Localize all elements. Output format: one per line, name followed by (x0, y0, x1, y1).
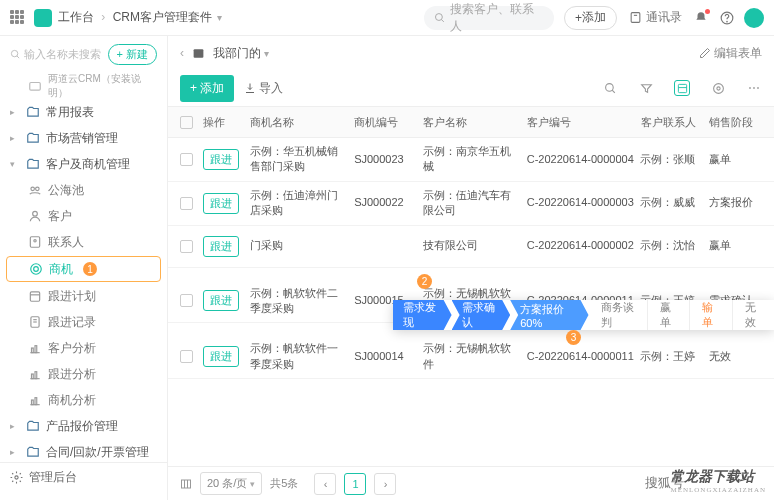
svg-point-36 (716, 86, 719, 89)
sidebar-item-11[interactable]: 商机分析 (0, 387, 167, 413)
follow-button[interactable]: 跟进 (203, 290, 239, 311)
watermark-site: 常龙器下载站 MENLONGXIAZAIZHAN (670, 468, 766, 494)
apps-grid-icon[interactable] (10, 10, 26, 26)
row-checkbox[interactable] (180, 294, 193, 307)
filter-icon[interactable] (638, 80, 654, 96)
svg-point-10 (36, 187, 40, 191)
sidebar-item-7[interactable]: 跟进计划 (0, 283, 167, 309)
follow-button[interactable]: 跟进 (203, 149, 239, 170)
sidebar-label: 市场营销管理 (46, 130, 118, 147)
topbar: 工作台 › CRM客户管理套件 ▾ 搜索客户、联系人 + 添加 通讯录 (0, 0, 774, 36)
admin-link[interactable]: 管理后台 (0, 462, 167, 492)
cell-contact: 示例：王婷 (640, 349, 708, 364)
table-row[interactable]: 跟进门采购技有限公司C-20220614-0000002示例：沈怡赢单 (168, 226, 774, 268)
stage-4[interactable]: 赢单 (648, 300, 690, 330)
stage-0[interactable]: 需求发现 (393, 300, 452, 330)
follow-button[interactable]: 跟进 (203, 236, 239, 257)
stage-5[interactable]: 输单 (690, 300, 732, 330)
follow-button[interactable]: 跟进 (203, 193, 239, 214)
table-row[interactable]: 跟进示例：伍迪漳州门店采购SJ000022示例：伍迪汽车有限公司C-202206… (168, 182, 774, 226)
cell-stage: 赢单 (709, 238, 762, 253)
table-row[interactable]: 跟进示例：华五机械销售部门采购SJ000023示例：南京华五机械C-202206… (168, 138, 774, 182)
sidebar-item-4[interactable]: 客户 (0, 203, 167, 229)
sidebar-item-3[interactable]: 公海池 (0, 177, 167, 203)
user-icon (28, 209, 42, 223)
row-checkbox[interactable] (180, 197, 193, 210)
bc-workbench[interactable]: 工作台 (58, 10, 94, 24)
cell-name: 示例：华五机械销售部门采购 (250, 144, 354, 175)
chevron-icon: ▸ (10, 133, 20, 143)
avatar[interactable] (744, 8, 764, 28)
more-icon[interactable]: ⋯ (746, 80, 762, 96)
stage-1[interactable]: 需求确认 (452, 300, 511, 330)
page-next[interactable]: › (374, 473, 396, 495)
col-name[interactable]: 商机名称 (250, 115, 354, 130)
global-add-button[interactable]: + 添加 (564, 6, 617, 30)
notifications-icon[interactable] (694, 11, 708, 25)
app-logo[interactable] (34, 9, 52, 27)
sidebar-label: 产品报价管理 (46, 418, 118, 435)
main: ‹ 我部门的▾ 编辑表单 + 添加 导入 ⋯ (168, 36, 774, 500)
stage-6[interactable]: 无效 (733, 300, 774, 330)
sidebar-item-12[interactable]: ▸产品报价管理 (0, 413, 167, 439)
edit-form-link[interactable]: 编辑表单 (699, 45, 762, 62)
plan-icon (28, 289, 42, 303)
search-icon[interactable] (602, 80, 618, 96)
cell-contact: 示例：张顺 (640, 152, 708, 167)
settings-icon[interactable] (710, 80, 726, 96)
col-cust[interactable]: 客户名称 (423, 115, 527, 130)
row-checkbox[interactable] (180, 350, 193, 363)
dept-select[interactable]: 我部门的▾ (213, 45, 269, 62)
svg-line-7 (17, 56, 19, 58)
sidebar-item-10[interactable]: 跟进分析 (0, 361, 167, 387)
sidebar-item-6[interactable]: 商机1 (6, 256, 161, 282)
page-size-select[interactable]: 20 条/页 ▾ (200, 472, 262, 495)
sidebar-item-9[interactable]: 客户分析 (0, 335, 167, 361)
sidebar-item-truncated[interactable]: 两道云CRM（安装说明） (0, 73, 167, 99)
global-search[interactable]: 搜索客户、联系人 (424, 6, 554, 30)
row-checkbox[interactable] (180, 153, 193, 166)
stage-3[interactable]: 商务谈判 (589, 300, 649, 330)
target-icon (29, 262, 43, 276)
record-icon (28, 315, 42, 329)
col-custno[interactable]: 客户编号 (527, 115, 641, 130)
row-checkbox[interactable] (180, 240, 193, 253)
view-card-icon[interactable] (674, 80, 690, 96)
follow-button[interactable]: 跟进 (203, 346, 239, 367)
collapse-sidebar-icon[interactable]: ‹ (180, 46, 184, 60)
pencil-icon (699, 47, 711, 59)
table-row[interactable]: 跟进示例：帆软软件一季度采购SJ000014示例：无锡帆软软件C-2022061… (168, 335, 774, 379)
page-1[interactable]: 1 (344, 473, 366, 495)
page-prev[interactable]: ‹ (314, 473, 336, 495)
sidebar-item-5[interactable]: 联系人 (0, 229, 167, 255)
svg-point-32 (605, 83, 613, 91)
bc-suite[interactable]: CRM客户管理套件 (113, 10, 212, 24)
help-icon[interactable] (720, 11, 734, 25)
sidebar-item-0[interactable]: ▸常用报表 (0, 99, 167, 125)
col-code[interactable]: 商机编号 (354, 115, 422, 130)
contacts-link[interactable]: 通讯录 (629, 9, 682, 26)
sidebar-search[interactable]: 输入名称未搜索 (10, 47, 102, 62)
breadcrumb: 工作台 › CRM客户管理套件 ▾ (58, 9, 222, 26)
add-button[interactable]: + 添加 (180, 75, 234, 102)
sidebar-item-1[interactable]: ▸市场营销管理 (0, 125, 167, 151)
svg-point-13 (34, 240, 36, 242)
columns-icon[interactable] (180, 478, 192, 490)
cell-name: 示例：伍迪漳州门店采购 (250, 188, 354, 219)
svg-rect-25 (32, 374, 34, 379)
stage-popup: 需求发现需求确认方案报价 60%商务谈判赢单输单无效 (393, 300, 774, 330)
col-contact[interactable]: 客户联系人 (641, 115, 709, 130)
col-stage[interactable]: 销售阶段 (709, 115, 762, 130)
new-button[interactable]: + 新建 (108, 44, 157, 65)
checkbox-all[interactable] (180, 116, 193, 129)
folder-icon (26, 419, 40, 433)
chevron-icon: ▸ (10, 107, 20, 117)
svg-rect-26 (35, 372, 37, 379)
sidebar-item-13[interactable]: ▸合同/回款/开票管理 (0, 439, 167, 462)
sidebar-item-2[interactable]: ▾客户及商机管理 (0, 151, 167, 177)
import-button[interactable]: 导入 (244, 80, 283, 97)
stage-2[interactable]: 方案报价 60% (510, 300, 588, 330)
svg-point-30 (15, 476, 18, 479)
chevron-down-icon[interactable]: ▾ (217, 12, 222, 23)
sidebar-item-8[interactable]: 跟进记录 (0, 309, 167, 335)
